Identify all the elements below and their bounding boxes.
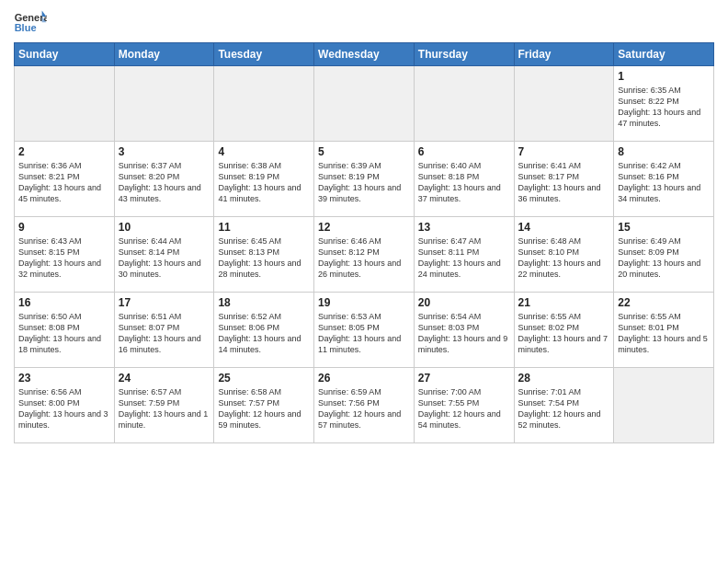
calendar-cell: 25Sunrise: 6:58 AM Sunset: 7:57 PM Dayli… (214, 368, 314, 443)
day-number: 9 (18, 221, 110, 234)
calendar-cell: 1Sunrise: 6:35 AM Sunset: 8:22 PM Daylig… (614, 66, 714, 142)
calendar-cell (514, 66, 614, 142)
day-info: Sunrise: 6:51 AM Sunset: 8:07 PM Dayligh… (119, 311, 210, 356)
calendar-cell (614, 368, 714, 443)
calendar-cell: 13Sunrise: 6:47 AM Sunset: 8:11 PM Dayli… (414, 217, 514, 293)
weekday-wednesday: Wednesday (314, 43, 415, 66)
svg-text:Blue: Blue (15, 22, 37, 33)
day-info: Sunrise: 6:42 AM Sunset: 8:16 PM Dayligh… (618, 160, 710, 205)
day-number: 3 (119, 145, 210, 158)
calendar-cell (15, 66, 115, 142)
weekday-friday: Friday (514, 43, 614, 66)
day-info: Sunrise: 7:01 AM Sunset: 7:54 PM Dayligh… (518, 386, 610, 431)
day-info: Sunrise: 6:54 AM Sunset: 8:03 PM Dayligh… (418, 311, 510, 356)
day-info: Sunrise: 6:58 AM Sunset: 7:57 PM Dayligh… (218, 386, 310, 431)
calendar-cell: 14Sunrise: 6:48 AM Sunset: 8:10 PM Dayli… (514, 217, 614, 293)
calendar-cell: 5Sunrise: 6:39 AM Sunset: 8:19 PM Daylig… (314, 142, 415, 217)
day-number: 20 (418, 296, 510, 309)
day-info: Sunrise: 6:41 AM Sunset: 8:17 PM Dayligh… (518, 160, 610, 205)
day-info: Sunrise: 6:35 AM Sunset: 8:22 PM Dayligh… (618, 85, 710, 130)
day-info: Sunrise: 6:36 AM Sunset: 8:21 PM Dayligh… (18, 160, 110, 205)
calendar-cell: 16Sunrise: 6:50 AM Sunset: 8:08 PM Dayli… (15, 293, 115, 368)
day-number: 24 (119, 372, 210, 385)
day-info: Sunrise: 6:52 AM Sunset: 8:06 PM Dayligh… (218, 311, 310, 356)
day-number: 25 (218, 372, 310, 385)
day-number: 28 (518, 372, 610, 385)
day-info: Sunrise: 6:50 AM Sunset: 8:08 PM Dayligh… (18, 311, 110, 356)
weekday-header-row: SundayMondayTuesdayWednesdayThursdayFrid… (15, 43, 714, 66)
day-number: 22 (618, 296, 710, 309)
day-info: Sunrise: 6:59 AM Sunset: 7:56 PM Dayligh… (318, 386, 410, 431)
day-info: Sunrise: 6:49 AM Sunset: 8:09 PM Dayligh… (618, 236, 710, 281)
day-number: 17 (119, 296, 210, 309)
calendar-cell: 3Sunrise: 6:37 AM Sunset: 8:20 PM Daylig… (114, 142, 214, 217)
calendar-cell: 10Sunrise: 6:44 AM Sunset: 8:14 PM Dayli… (114, 217, 214, 293)
day-info: Sunrise: 7:00 AM Sunset: 7:55 PM Dayligh… (418, 386, 510, 431)
calendar-cell: 17Sunrise: 6:51 AM Sunset: 8:07 PM Dayli… (114, 293, 214, 368)
day-number: 19 (318, 296, 410, 309)
calendar-cell: 6Sunrise: 6:40 AM Sunset: 8:18 PM Daylig… (414, 142, 514, 217)
day-number: 12 (318, 221, 410, 234)
calendar-cell: 8Sunrise: 6:42 AM Sunset: 8:16 PM Daylig… (614, 142, 714, 217)
calendar-cell: 18Sunrise: 6:52 AM Sunset: 8:06 PM Dayli… (214, 293, 314, 368)
day-info: Sunrise: 6:57 AM Sunset: 7:59 PM Dayligh… (119, 386, 210, 431)
calendar-table: SundayMondayTuesdayWednesdayThursdayFrid… (14, 42, 714, 443)
calendar-cell (414, 66, 514, 142)
calendar-cell: 27Sunrise: 7:00 AM Sunset: 7:55 PM Dayli… (414, 368, 514, 443)
weekday-sunday: Sunday (15, 43, 115, 66)
calendar-cell: 11Sunrise: 6:45 AM Sunset: 8:13 PM Dayli… (214, 217, 314, 293)
day-number: 7 (518, 145, 610, 158)
calendar-cell: 4Sunrise: 6:38 AM Sunset: 8:19 PM Daylig… (214, 142, 314, 217)
calendar-cell: 22Sunrise: 6:55 AM Sunset: 8:01 PM Dayli… (614, 293, 714, 368)
day-number: 18 (218, 296, 310, 309)
day-info: Sunrise: 6:45 AM Sunset: 8:13 PM Dayligh… (218, 236, 310, 281)
page: General Blue SundayMondayTuesdayWednesda… (0, 0, 728, 563)
day-number: 11 (218, 221, 310, 234)
day-number: 26 (318, 372, 410, 385)
day-info: Sunrise: 6:37 AM Sunset: 8:20 PM Dayligh… (119, 160, 210, 205)
day-info: Sunrise: 6:55 AM Sunset: 8:01 PM Dayligh… (618, 311, 710, 356)
day-info: Sunrise: 6:38 AM Sunset: 8:19 PM Dayligh… (218, 160, 310, 205)
calendar-week-1: 1Sunrise: 6:35 AM Sunset: 8:22 PM Daylig… (15, 66, 714, 142)
day-number: 1 (618, 70, 710, 83)
day-info: Sunrise: 6:44 AM Sunset: 8:14 PM Dayligh… (119, 236, 210, 281)
day-info: Sunrise: 6:56 AM Sunset: 8:00 PM Dayligh… (18, 386, 110, 431)
calendar-cell: 21Sunrise: 6:55 AM Sunset: 8:02 PM Dayli… (514, 293, 614, 368)
day-number: 5 (318, 145, 410, 158)
day-info: Sunrise: 6:47 AM Sunset: 8:11 PM Dayligh… (418, 236, 510, 281)
calendar-week-5: 23Sunrise: 6:56 AM Sunset: 8:00 PM Dayli… (15, 368, 714, 443)
calendar-cell (114, 66, 214, 142)
calendar-week-3: 9Sunrise: 6:43 AM Sunset: 8:15 PM Daylig… (15, 217, 714, 293)
day-number: 15 (618, 221, 710, 234)
day-number: 13 (418, 221, 510, 234)
calendar-cell: 26Sunrise: 6:59 AM Sunset: 7:56 PM Dayli… (314, 368, 415, 443)
day-info: Sunrise: 6:46 AM Sunset: 8:12 PM Dayligh… (318, 236, 410, 281)
day-number: 4 (218, 145, 310, 158)
calendar-cell: 28Sunrise: 7:01 AM Sunset: 7:54 PM Dayli… (514, 368, 614, 443)
day-info: Sunrise: 6:40 AM Sunset: 8:18 PM Dayligh… (418, 160, 510, 205)
logo-icon: General Blue (14, 9, 47, 37)
weekday-thursday: Thursday (414, 43, 514, 66)
logo: General Blue (14, 9, 47, 37)
day-number: 16 (18, 296, 110, 309)
day-number: 6 (418, 145, 510, 158)
day-number: 8 (618, 145, 710, 158)
calendar-cell: 23Sunrise: 6:56 AM Sunset: 8:00 PM Dayli… (15, 368, 115, 443)
weekday-monday: Monday (114, 43, 214, 66)
calendar-cell: 7Sunrise: 6:41 AM Sunset: 8:17 PM Daylig… (514, 142, 614, 217)
calendar-cell: 9Sunrise: 6:43 AM Sunset: 8:15 PM Daylig… (15, 217, 115, 293)
weekday-saturday: Saturday (614, 43, 714, 66)
calendar-cell: 24Sunrise: 6:57 AM Sunset: 7:59 PM Dayli… (114, 368, 214, 443)
calendar-cell: 12Sunrise: 6:46 AM Sunset: 8:12 PM Dayli… (314, 217, 415, 293)
calendar-cell (214, 66, 314, 142)
day-info: Sunrise: 6:55 AM Sunset: 8:02 PM Dayligh… (518, 311, 610, 356)
calendar-cell (314, 66, 415, 142)
day-info: Sunrise: 6:43 AM Sunset: 8:15 PM Dayligh… (18, 236, 110, 281)
day-number: 10 (119, 221, 210, 234)
day-number: 14 (518, 221, 610, 234)
calendar-cell: 2Sunrise: 6:36 AM Sunset: 8:21 PM Daylig… (15, 142, 115, 217)
calendar-cell: 19Sunrise: 6:53 AM Sunset: 8:05 PM Dayli… (314, 293, 415, 368)
day-number: 27 (418, 372, 510, 385)
calendar-week-2: 2Sunrise: 6:36 AM Sunset: 8:21 PM Daylig… (15, 142, 714, 217)
day-number: 23 (18, 372, 110, 385)
